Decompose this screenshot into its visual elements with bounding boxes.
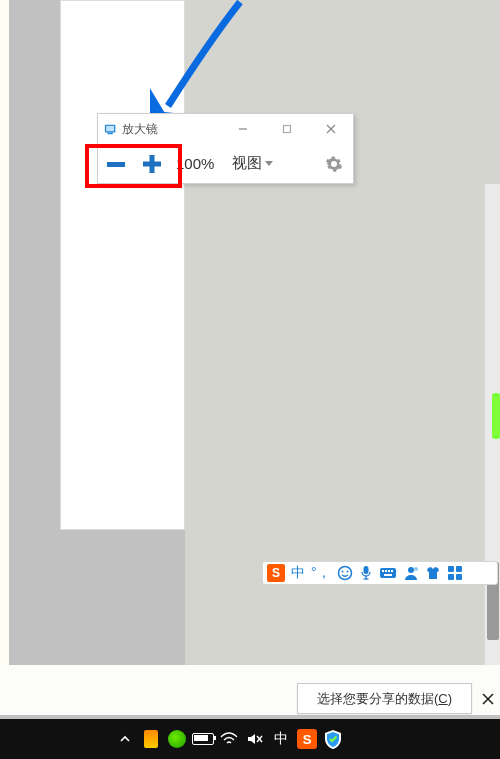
svg-point-12 bbox=[346, 571, 348, 573]
minimize-button[interactable] bbox=[221, 115, 265, 143]
ime-skin-icon[interactable] bbox=[425, 566, 441, 580]
maximize-icon bbox=[282, 124, 292, 134]
tray-app-1-icon bbox=[144, 730, 158, 748]
view-label: 视图 bbox=[232, 154, 262, 173]
ime-person-icon[interactable] bbox=[403, 565, 419, 581]
ime-indicator[interactable]: 中 bbox=[268, 719, 294, 759]
plus-icon bbox=[139, 151, 165, 177]
tray-app-2-icon bbox=[168, 730, 186, 748]
share-suffix: ) bbox=[448, 691, 452, 706]
svg-rect-2 bbox=[108, 133, 113, 135]
close-icon bbox=[326, 124, 336, 134]
svg-rect-26 bbox=[448, 574, 454, 580]
tray-app-2[interactable] bbox=[164, 719, 190, 759]
magnifier-window: 放大镜 100% 视图 bbox=[97, 113, 354, 184]
ime-mic-icon[interactable] bbox=[359, 565, 373, 581]
bg-white-column bbox=[60, 0, 185, 530]
svg-rect-13 bbox=[363, 566, 368, 574]
wifi-icon bbox=[220, 732, 238, 746]
svg-rect-25 bbox=[456, 566, 462, 572]
tray-app-1[interactable] bbox=[138, 719, 164, 759]
battery-status[interactable] bbox=[190, 719, 216, 759]
magnifier-toolbar: 100% 视图 bbox=[98, 144, 353, 183]
close-button[interactable] bbox=[309, 115, 353, 143]
close-icon bbox=[482, 693, 494, 705]
svg-point-23 bbox=[414, 567, 418, 571]
ime-emoji-icon[interactable] bbox=[337, 565, 353, 581]
svg-rect-24 bbox=[448, 566, 454, 572]
window-title: 放大镜 bbox=[122, 121, 158, 138]
minimize-icon bbox=[238, 124, 248, 134]
magnifier-app-icon bbox=[104, 122, 118, 136]
svg-rect-18 bbox=[385, 570, 387, 572]
svg-rect-9 bbox=[150, 155, 155, 173]
maximize-button[interactable] bbox=[265, 115, 309, 143]
taskbar: 中 S 纯净系统家园 www.yidaimei.com bbox=[0, 719, 500, 759]
svg-rect-19 bbox=[388, 570, 390, 572]
titlebar[interactable]: 放大镜 bbox=[98, 114, 353, 144]
sogou-tray[interactable]: S bbox=[294, 719, 320, 759]
ime-toolbox-icon[interactable] bbox=[447, 565, 463, 581]
svg-rect-17 bbox=[382, 570, 384, 572]
battery-icon bbox=[192, 733, 214, 745]
svg-rect-21 bbox=[384, 574, 392, 576]
share-text: 选择您要分享的数据( bbox=[317, 690, 438, 708]
chevron-up-icon bbox=[119, 733, 131, 745]
chevron-down-icon bbox=[265, 161, 273, 166]
tray-overflow-button[interactable] bbox=[112, 719, 138, 759]
sogou-tray-icon: S bbox=[297, 729, 317, 749]
svg-point-22 bbox=[408, 567, 414, 573]
ime-keyboard-icon[interactable] bbox=[379, 566, 397, 580]
svg-rect-1 bbox=[106, 126, 114, 131]
zoom-out-button[interactable] bbox=[98, 146, 134, 182]
svg-rect-7 bbox=[107, 162, 125, 167]
svg-point-10 bbox=[338, 567, 351, 580]
gear-icon bbox=[325, 155, 343, 173]
scroll-position-indicator bbox=[492, 393, 500, 439]
zoom-in-button[interactable] bbox=[134, 146, 170, 182]
view-dropdown[interactable]: 视图 bbox=[232, 154, 273, 173]
share-hotkey: C bbox=[438, 691, 447, 706]
svg-point-11 bbox=[341, 571, 343, 573]
shield-icon bbox=[322, 728, 344, 750]
ime-mode[interactable]: 中 bbox=[291, 564, 305, 582]
settings-button[interactable] bbox=[323, 153, 345, 175]
share-close-button[interactable] bbox=[477, 683, 499, 714]
bg-left-strip bbox=[0, 0, 9, 670]
share-data-prompt[interactable]: 选择您要分享的数据(C) bbox=[297, 683, 472, 714]
svg-rect-4 bbox=[284, 126, 291, 133]
ime-punct-icon[interactable]: °， bbox=[311, 564, 331, 582]
svg-rect-16 bbox=[380, 568, 396, 578]
security-tray[interactable] bbox=[320, 719, 346, 759]
ime-toolbar[interactable]: S 中 °， bbox=[262, 561, 498, 585]
wifi-status[interactable] bbox=[216, 719, 242, 759]
minus-icon bbox=[103, 151, 129, 177]
zoom-percent: 100% bbox=[176, 155, 214, 172]
svg-rect-20 bbox=[391, 570, 393, 572]
sogou-logo-icon[interactable]: S bbox=[267, 564, 285, 582]
volume-status[interactable] bbox=[242, 719, 268, 759]
svg-rect-27 bbox=[456, 574, 462, 580]
volume-mute-icon bbox=[247, 732, 263, 746]
